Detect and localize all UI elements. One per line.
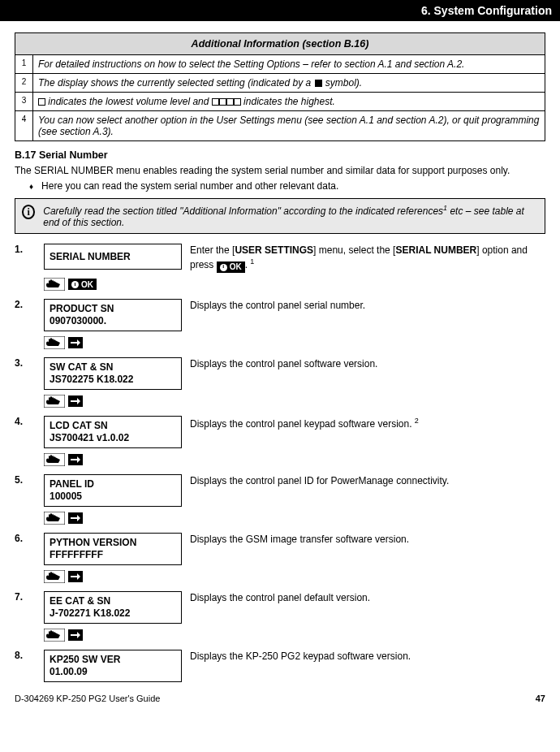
svg-marker-12: [77, 515, 80, 521]
display-line: SW CAT & SN: [50, 361, 176, 374]
ai-note-num: 2: [15, 74, 33, 93]
info-a: Carefully read the section titled "Addit…: [43, 205, 443, 217]
info-text: Carefully read the section titled "Addit…: [43, 204, 538, 228]
bullet-text: Here you can read the system serial numb…: [41, 180, 338, 193]
display-box: PYTHON VERSIONFFFFFFFFF: [44, 533, 182, 565]
footer-doc: D-304269 KP-250 PG2 User's Guide: [15, 694, 160, 703]
step-row: 5.PANEL ID100005Displays the control pan…: [15, 474, 545, 526]
display-line: JS702275 K18.022: [50, 374, 176, 386]
ai-note-body: indicates the lowest volume level and in…: [33, 93, 545, 111]
ok-button-icon: iOK: [68, 279, 97, 290]
step-row: 6.PYTHON VERSIONFFFFFFFFFDisplays the GS…: [15, 533, 545, 585]
section-heading: B.17 Serial Number: [15, 149, 545, 161]
step-description: Displays the KP-250 PG2 keypad software …: [190, 650, 545, 663]
display-box: PANEL ID100005: [44, 474, 182, 507]
hand-point-icon: [44, 512, 65, 525]
svg-marker-15: [77, 573, 80, 580]
action-cue: [44, 336, 182, 349]
ai-note-body: You can now select another option in the…: [33, 111, 545, 141]
action-cue: [44, 395, 182, 408]
display-line: PRODUCT SN: [50, 303, 176, 315]
display-line: PANEL ID: [50, 478, 176, 491]
ai-note-2-pre: The display shows the currently selected…: [38, 77, 314, 89]
step-number: 1.: [15, 244, 36, 255]
step-row: 1.SERIAL NUMBEREnter the [USER SETTINGS]…: [15, 244, 545, 292]
info-callout: i Carefully read the section titled "Add…: [15, 198, 545, 234]
display-box: LCD CAT SNJS700421 v1.0.02: [44, 416, 182, 448]
step-number: 6.: [15, 533, 36, 544]
action-cue: [44, 453, 182, 466]
action-cue: [44, 570, 182, 583]
step-description: Displays the control panel ID for PowerM…: [190, 474, 545, 487]
display-box: EE CAT & SNJ-702271 K18.022: [44, 591, 182, 624]
bullet-icon: ♦: [29, 180, 33, 193]
action-cue: [44, 512, 182, 525]
ai-title: Additional Information (section B.16): [15, 33, 545, 55]
empty-square-icon: [212, 98, 219, 106]
next-arrow-icon: [68, 512, 83, 524]
step-row: 2.PRODUCT SN0907030000.Displays the cont…: [15, 299, 545, 351]
next-arrow-icon: [68, 629, 83, 641]
ai-note-2-post: symbol).: [323, 77, 363, 89]
bullet-item: ♦ Here you can read the system serial nu…: [29, 180, 545, 193]
page-number: 47: [536, 694, 545, 703]
ai-note-3-pre: indicates the lowest volume level and: [45, 96, 212, 107]
step-number: 8.: [15, 650, 36, 661]
empty-square-icon: [226, 98, 234, 106]
step-number: 5.: [15, 474, 36, 486]
display-line: FFFFFFFFF: [50, 549, 176, 561]
empty-square-icon: [234, 98, 241, 106]
step-number: 3.: [15, 357, 36, 369]
svg-marker-18: [77, 632, 80, 638]
next-arrow-icon: [68, 454, 83, 465]
empty-square-icon: [38, 98, 45, 106]
display-box: PRODUCT SN0907030000.: [44, 299, 182, 331]
section-intro: The SERIAL NUMBER menu enables reading t…: [15, 164, 545, 177]
display-line: LCD CAT SN: [50, 420, 176, 432]
next-arrow-icon: [68, 571, 83, 582]
svg-marker-3: [77, 339, 80, 346]
display-box: KP250 SW VER01.00.09: [44, 650, 182, 682]
ok-button-icon: iOK: [217, 261, 245, 273]
display-line: SERIAL NUMBER: [50, 251, 176, 263]
ai-note-num: 4: [15, 111, 33, 141]
hand-point-icon: [44, 395, 65, 408]
empty-square-icon: [219, 98, 226, 106]
svg-marker-9: [77, 456, 80, 463]
display-line: PYTHON VERSION: [50, 537, 176, 549]
step-row: 8.KP250 SW VER01.00.09Displays the KP-25…: [15, 650, 545, 682]
ai-note-num: 1: [15, 55, 33, 74]
ai-note-3-post: indicates the highest.: [241, 96, 335, 107]
step-description: Displays the control panel keypad softwa…: [190, 416, 545, 430]
display-box: SERIAL NUMBER: [44, 244, 182, 270]
additional-info-table: Additional Information (section B.16) 1 …: [15, 32, 545, 141]
step-row: 4.LCD CAT SNJS700421 v1.0.02Displays the…: [15, 416, 545, 468]
display-line: JS700421 v1.0.02: [50, 432, 176, 444]
display-line: J-702271 K18.022: [50, 607, 176, 620]
page-footer: D-304269 KP-250 PG2 User's Guide 47: [15, 694, 545, 703]
hand-point-icon: [44, 629, 65, 642]
ai-note-body: For detailed instructions on how to sele…: [33, 55, 545, 74]
action-cue: [44, 629, 182, 642]
ai-note-num: 3: [15, 93, 33, 111]
display-line: 0907030000.: [50, 315, 176, 327]
display-line: KP250 SW VER: [50, 654, 176, 666]
step-description: Displays the control panel serial number…: [190, 299, 545, 312]
step-number: 4.: [15, 416, 36, 427]
step-description: Displays the control panel default versi…: [190, 591, 545, 604]
step-row: 7.EE CAT & SNJ-702271 K18.022Displays th…: [15, 591, 545, 643]
next-arrow-icon: [68, 395, 83, 407]
display-line: EE CAT & SN: [50, 595, 176, 607]
display-line: 01.00.09: [50, 666, 176, 678]
action-cue: iOK: [44, 278, 182, 291]
hand-point-icon: [44, 336, 65, 349]
chapter-header: 6. System Configuration: [0, 0, 560, 21]
info-icon: i: [22, 205, 35, 219]
step-description: Displays the control panel software vers…: [190, 357, 545, 370]
next-arrow-icon: [68, 337, 83, 348]
step-description: Displays the GSM image transfer software…: [190, 533, 545, 546]
hand-point-icon: [44, 570, 65, 583]
hand-point-icon: [44, 278, 65, 291]
display-box: SW CAT & SNJS702275 K18.022: [44, 357, 182, 390]
display-line: 100005: [50, 491, 176, 503]
